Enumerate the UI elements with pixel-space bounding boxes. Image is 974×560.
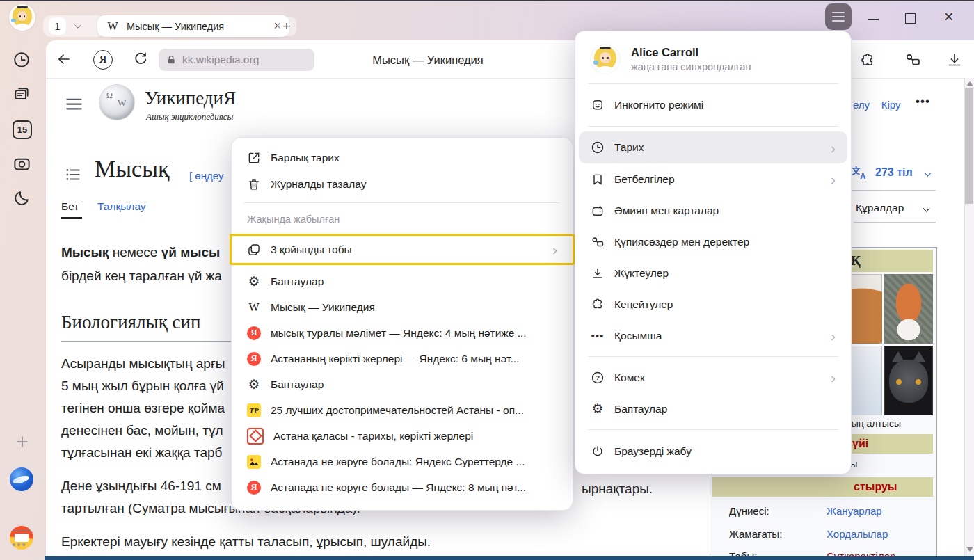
menu-item-settings[interactable]: ⚙ Баптаулар [232, 371, 573, 397]
tab-talk-label[interactable]: Талқылау [97, 200, 146, 213]
history-entry[interactable]: Я Астанада не көруге болады — Яндекс: 8 … [232, 474, 573, 500]
chevron-right-icon: › [831, 370, 836, 385]
menu-item-history-highlighted[interactable]: Тарих › [579, 131, 847, 163]
menu-item-settings[interactable]: ⚙ Баптаулар [575, 393, 851, 424]
dark-mode-moon-icon[interactable] [13, 189, 31, 208]
wiki-personal-links: елу Кіру [853, 99, 901, 111]
article-title: Мысық [95, 156, 170, 182]
taxobox-banner-2: стыруы [712, 477, 933, 497]
bookmark-icon [591, 173, 605, 186]
wallet-icon [591, 204, 605, 218]
tab-page-underline [61, 217, 82, 219]
yandex-services-icon[interactable]: Я [93, 50, 113, 70]
wiki-hamburger-icon[interactable] [65, 95, 83, 113]
history-entry[interactable]: W Мысық — Уикипедия [232, 294, 573, 320]
taxobox-label: Жамағаты: [729, 528, 782, 540]
menu-item-bookmarks[interactable]: Бетбелгілер › [575, 163, 851, 195]
menu-item-wallet[interactable]: Әмиян мен карталар [575, 195, 851, 226]
edit-link[interactable]: [ өңдеу [189, 170, 223, 182]
menu-item-incognito[interactable]: Инкогнито режимі [575, 89, 851, 121]
intro-line: Мысық немесе үй мысы [61, 245, 220, 260]
dots-icon: ••• [591, 330, 605, 342]
incognito-mask-icon [591, 98, 605, 112]
history-entry[interactable]: Астанада не көруге болады: Яндекс Суретт… [232, 449, 573, 474]
wikipedia-globe-logo[interactable]: Ω W [99, 85, 134, 120]
language-count[interactable]: 273 тіл [875, 166, 913, 179]
signup-link-fragment[interactable]: елу [853, 99, 870, 111]
tripster-favicon: TP [247, 403, 261, 417]
body-line: Асыранды мысықтың арғы [61, 356, 225, 371]
browser-menu-button[interactable] [825, 3, 852, 30]
toc-list-icon[interactable] [64, 166, 82, 184]
history-clock-icon[interactable] [13, 51, 31, 69]
highlighted-menu-item-tab-group[interactable]: 3 қойынды тобы › [230, 234, 575, 265]
address-bar[interactable]: kk.wikipedia.org [159, 49, 314, 71]
calendar-icon[interactable]: 15 [13, 120, 32, 139]
chevron-right-icon: › [552, 242, 557, 257]
trash-icon [247, 177, 261, 191]
history-entry[interactable]: Я Астананың көрікті жерлері — Яндекс: 6 … [232, 346, 573, 371]
passwords-key-icon[interactable] [904, 51, 921, 68]
menu-item-help[interactable]: ? Көмек › [575, 362, 851, 393]
menu-item-more[interactable]: ••• Қосымша › [575, 320, 851, 351]
menu-item-close-browser[interactable]: Браузерді жабу [575, 435, 851, 468]
profile-row[interactable]: Alice Carroll жаңа ғана синхрондалған [575, 40, 851, 79]
taxobox-value-link[interactable]: Хордалылар [827, 528, 888, 540]
history-entry[interactable]: Астана қаласы - тарихы, көрікті жерлері [232, 423, 573, 449]
wikipedia-favicon: W [106, 20, 120, 33]
menu-item-extensions[interactable]: Кеңейтулер [575, 289, 851, 320]
yandex-browser-logo[interactable] [10, 467, 33, 491]
svg-text:A: A [860, 172, 866, 182]
extensions-puzzle-icon[interactable] [859, 51, 875, 68]
chevron-right-icon: › [831, 172, 836, 186]
menu-divider [588, 356, 838, 357]
body-line: бірдей кең таралған үй жа [61, 269, 222, 284]
refresh-icon[interactable] [132, 51, 149, 67]
back-icon[interactable] [56, 51, 72, 67]
address-bar-page-title: Мысық — Уикипедия [306, 54, 550, 67]
taxobox-value-link[interactable]: Жануарлар [827, 505, 882, 517]
profile-name: Alice Carroll [631, 46, 751, 59]
body-line: денесінен бас, мойын, тұл [61, 423, 223, 438]
scrollbar-up-arrow[interactable] [966, 81, 973, 86]
close-button[interactable]: × [944, 8, 953, 26]
cat-photo-orange-white [884, 274, 933, 344]
menu-item-settings[interactable]: ⚙ Баптаулар [232, 269, 573, 294]
menu-item-clear-history[interactable]: Журналды тазалау [232, 171, 573, 198]
downloads-icon[interactable] [946, 51, 963, 68]
scrollbar-thumb[interactable] [965, 88, 973, 204]
history-entry[interactable]: TP 25 лучших достопримечательностей Аста… [232, 397, 573, 423]
profile-avatar[interactable] [9, 4, 35, 31]
language-icon[interactable]: A [850, 164, 868, 182]
new-tab-button[interactable]: + [277, 17, 296, 36]
screenshot-camera-icon[interactable] [13, 154, 31, 173]
menu-item-all-history[interactable]: Барлық тарих [232, 145, 573, 171]
history-entry[interactable]: Я мысық туралы мәлімет — Яндекс: 4 мың н… [232, 320, 573, 346]
taxobox-label: Дүниесі: [729, 505, 769, 517]
tab-group-counter[interactable]: 1 [43, 15, 104, 37]
menu-divider [588, 126, 838, 127]
sidebar-more-dots[interactable]: ••• [12, 538, 27, 550]
wiki-wordmark[interactable]: УикипедиЯ [145, 88, 236, 109]
minimize-button[interactable] [868, 19, 879, 20]
tab-page-label[interactable]: Бет [61, 200, 79, 213]
menu-item-passwords[interactable]: Құпиясөздер мен деректер [575, 226, 851, 257]
tools-chevron-down-icon[interactable] [921, 205, 932, 215]
menu-item-downloads[interactable]: Жүктеулер [575, 257, 851, 289]
gear-icon: ⚙ [591, 402, 605, 415]
chevron-down-icon [73, 22, 83, 31]
external-link-icon [247, 151, 261, 165]
scrollbar-down-arrow[interactable] [966, 547, 973, 552]
lang-chevron-down-icon[interactable] [923, 169, 933, 179]
svg-text:?: ? [596, 374, 600, 381]
wiki-more-menu[interactable]: ••• [916, 95, 930, 109]
tools-label[interactable]: Құралдар [856, 202, 904, 214]
maximize-button[interactable] [905, 13, 916, 24]
window-top-border [0, 0, 974, 1]
login-link[interactable]: Кіру [881, 99, 901, 111]
recently-closed-label: Жақында жабылған [232, 208, 573, 230]
add-panel-plus-icon[interactable] [14, 433, 31, 450]
feed-notes-icon[interactable] [13, 85, 31, 103]
active-tab[interactable]: W Мысық — Уикипедия × [97, 15, 289, 37]
help-icon: ? [591, 371, 605, 385]
